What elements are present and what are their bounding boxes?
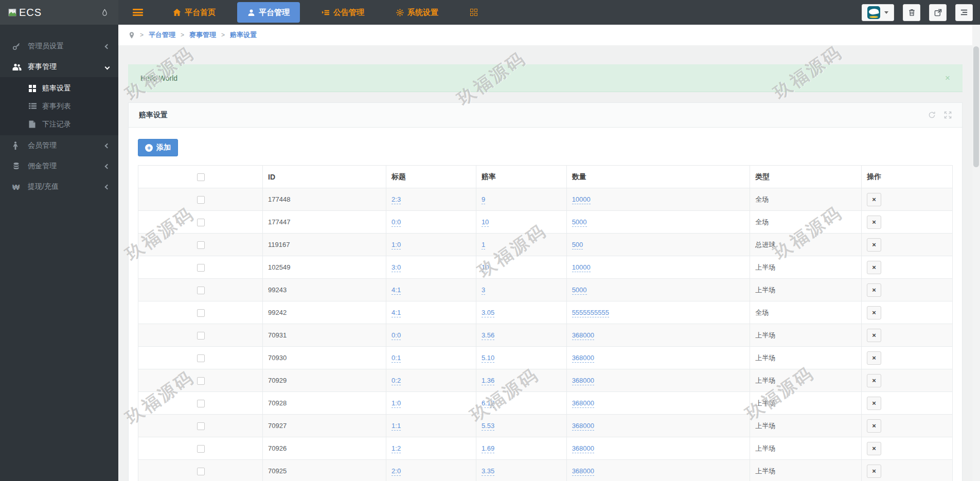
droplet-icon[interactable] <box>101 8 108 17</box>
title-editable-link[interactable]: 0:2 <box>391 377 401 385</box>
title-editable-link[interactable]: 0:1 <box>391 354 401 363</box>
delete-button[interactable]: × <box>867 329 881 342</box>
row-checkbox[interactable] <box>197 287 205 294</box>
amount-editable-link[interactable]: 10000 <box>572 263 591 272</box>
sidebar-item-withdraw-deposit[interactable]: ₩ 提现/充值 <box>0 176 118 197</box>
amount-editable-link[interactable]: 368000 <box>572 354 594 363</box>
nav-item-platform-home[interactable]: 平台首页 <box>163 2 226 23</box>
odds-editable-link[interactable]: 3 <box>482 286 485 295</box>
odds-editable-link[interactable]: 10 <box>482 263 489 272</box>
row-checkbox[interactable] <box>197 264 205 272</box>
delete-button[interactable]: × <box>867 261 881 274</box>
title-editable-link[interactable]: 0:0 <box>391 331 401 340</box>
sidebar-item-admin-settings[interactable]: 管理员设置 <box>0 36 118 57</box>
refresh-icon[interactable] <box>928 111 936 119</box>
title-editable-link[interactable]: 1:2 <box>391 444 401 453</box>
trash-icon <box>908 8 916 16</box>
nav-item-apps-grid[interactable] <box>460 2 488 23</box>
trash-button[interactable] <box>903 4 920 21</box>
odds-editable-link[interactable]: 5.53 <box>482 422 494 431</box>
amount-editable-link[interactable]: 5000 <box>572 286 587 295</box>
delete-button[interactable]: × <box>867 216 881 229</box>
odds-editable-link[interactable]: 9 <box>482 195 485 204</box>
title-editable-link[interactable]: 2:3 <box>391 195 401 204</box>
amount-editable-link[interactable]: 368000 <box>572 444 594 453</box>
row-checkbox[interactable] <box>197 400 205 407</box>
title-editable-link[interactable]: 0:0 <box>391 218 401 227</box>
row-checkbox[interactable] <box>197 241 205 249</box>
nav-item-platform-manage[interactable]: 平台管理 <box>237 2 300 23</box>
table-row: 1025493:01010000上半场× <box>138 256 953 279</box>
row-checkbox[interactable] <box>197 422 205 430</box>
odds-editable-link[interactable]: 5.10 <box>482 354 494 363</box>
amount-editable-link[interactable]: 368000 <box>572 377 594 385</box>
delete-button[interactable]: × <box>867 238 881 252</box>
delete-button[interactable]: × <box>867 374 881 387</box>
amount-editable-link[interactable]: 500 <box>572 241 583 250</box>
scrollbar-thumb[interactable] <box>973 46 979 167</box>
delete-button[interactable]: × <box>867 351 881 365</box>
amount-editable-link[interactable]: 368000 <box>572 331 594 340</box>
delete-button[interactable]: × <box>867 193 881 206</box>
row-checkbox[interactable] <box>197 377 205 385</box>
sidebar-item-member-manage[interactable]: 会员管理 <box>0 135 118 156</box>
breadcrumb-link-platform[interactable]: 平台管理 <box>149 30 175 40</box>
odds-editable-link[interactable]: 10 <box>482 218 489 227</box>
select-all-checkbox[interactable] <box>197 173 205 181</box>
sidebar-item-match-manage[interactable]: 赛事管理 <box>0 57 118 77</box>
row-checkbox[interactable] <box>197 445 205 453</box>
hamburger-menu-icon[interactable] <box>133 9 143 16</box>
amount-editable-link[interactable]: 368000 <box>572 422 594 431</box>
odds-editable-link[interactable]: 1.69 <box>482 444 494 453</box>
odds-editable-link[interactable]: 3.35 <box>482 467 494 476</box>
delete-button[interactable]: × <box>867 306 881 319</box>
amount-editable-link[interactable]: 10000 <box>572 195 591 204</box>
amount-editable-link[interactable]: 368000 <box>572 467 594 476</box>
title-editable-link[interactable]: 3:0 <box>391 263 401 272</box>
row-checkbox[interactable] <box>197 354 205 362</box>
sidebar-item-bet-records[interactable]: 下注记录 <box>0 115 118 133</box>
row-checkbox[interactable] <box>197 468 205 475</box>
sidebar-item-match-list[interactable]: 赛事列表 <box>0 97 118 115</box>
browser-selector-button[interactable] <box>862 4 894 21</box>
delete-button[interactable]: × <box>867 419 881 433</box>
page-scrollbar[interactable] <box>972 25 980 481</box>
amount-editable-link[interactable]: 5000 <box>572 218 587 227</box>
nav-item-system-settings[interactable]: 系统设置 <box>386 2 449 23</box>
row-checkbox[interactable] <box>197 219 205 226</box>
menu-lines-button[interactable] <box>955 4 973 21</box>
delete-button[interactable]: × <box>867 283 881 297</box>
add-button[interactable]: + 添加 <box>138 139 178 156</box>
logo-area[interactable]: ECS <box>0 0 118 25</box>
delete-button[interactable]: × <box>867 442 881 455</box>
external-link-button[interactable] <box>929 4 947 21</box>
cell-id: 70925 <box>263 460 386 481</box>
odds-editable-link[interactable]: 3.05 <box>482 309 494 317</box>
nav-item-announcements[interactable]: 公告管理 <box>311 2 375 23</box>
cell-odds: 10 <box>476 211 566 234</box>
title-editable-link[interactable]: 4:1 <box>391 286 401 295</box>
expand-icon[interactable] <box>944 111 952 119</box>
title-editable-link[interactable]: 1:0 <box>391 241 401 250</box>
amount-editable-link[interactable]: 5555555555 <box>572 309 609 317</box>
odds-editable-link[interactable]: 3.56 <box>482 331 494 340</box>
amount-editable-link[interactable]: 368000 <box>572 399 594 408</box>
sidebar-item-commission-manage[interactable]: 佣金管理 <box>0 156 118 176</box>
title-editable-link[interactable]: 4:1 <box>391 309 401 317</box>
breadcrumb-separator: > <box>181 31 184 39</box>
sidebar-item-odds-settings[interactable]: 赔率设置 <box>0 79 118 97</box>
odds-editable-link[interactable]: 1.36 <box>482 377 494 385</box>
row-checkbox[interactable] <box>197 309 205 317</box>
alert-close-icon[interactable]: × <box>945 73 950 83</box>
odds-editable-link[interactable]: 6.12 <box>482 399 494 408</box>
row-checkbox[interactable] <box>197 196 205 204</box>
breadcrumb-current[interactable]: 赔率设置 <box>230 30 257 40</box>
title-editable-link[interactable]: 1:1 <box>391 422 401 431</box>
odds-editable-link[interactable]: 1 <box>482 241 485 250</box>
delete-button[interactable]: × <box>867 465 881 478</box>
breadcrumb-link-match[interactable]: 赛事管理 <box>189 30 216 40</box>
row-checkbox[interactable] <box>197 332 205 340</box>
title-editable-link[interactable]: 1:0 <box>391 399 401 408</box>
title-editable-link[interactable]: 2:0 <box>391 467 401 476</box>
delete-button[interactable]: × <box>867 397 881 410</box>
